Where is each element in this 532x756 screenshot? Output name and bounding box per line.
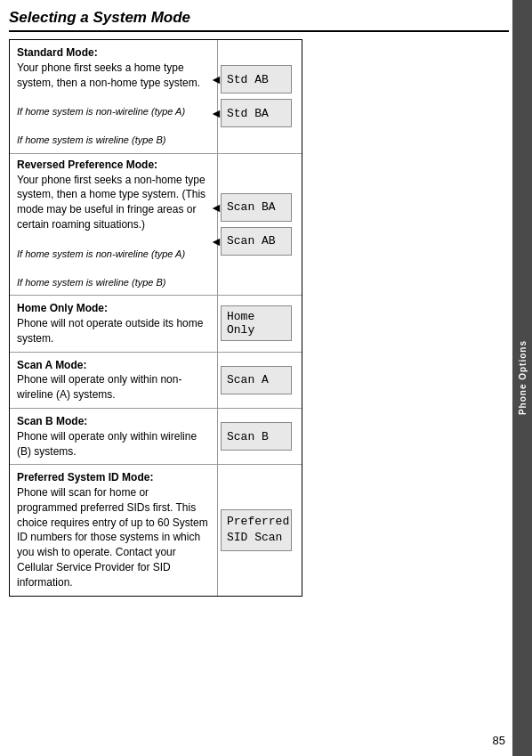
scan-b-wrapper: Scan B <box>221 422 299 451</box>
preferred-sid-mode-row: Preferred System ID Mode: Phone will sca… <box>10 465 302 595</box>
scan-a-mode-row: Scan A Mode: Phone will operate only wit… <box>10 353 302 409</box>
standard-mode-description: Standard Mode: Your phone first seeks a … <box>10 40 217 153</box>
scan-b-mode-description: Scan B Mode: Phone will operate only wit… <box>10 409 217 464</box>
scan-b-mode-title: Scan B Mode: <box>17 414 210 429</box>
standard-mode-title: Standard Mode: <box>17 45 210 61</box>
reversed-mode-description: Reversed Preference Mode: Your phone fir… <box>10 154 217 295</box>
scan-ba-display: Scan BA <box>221 193 292 222</box>
scan-b-mode-row: Scan B Mode: Phone will operate only wit… <box>10 409 302 465</box>
scan-a-mode-text: Phone will operate only within non-wirel… <box>17 372 210 402</box>
std-ba-display: Std BA <box>221 99 292 127</box>
scan-b-mode-display: Scan B <box>217 409 302 464</box>
scan-a-mode-display: Scan A <box>217 353 302 408</box>
preferred-sid-line2: SID Scan <box>227 530 282 546</box>
standard-mode-row: Standard Mode: Your phone first seeks a … <box>10 40 302 154</box>
reversed-mode-display: ◄ Scan BA ◄ Scan AB <box>217 154 302 295</box>
std-ab-wrapper: ◄ Std AB <box>221 65 299 93</box>
reversed-mode-note-0: If home system is non-wireline (type A) <box>17 248 210 261</box>
scan-b-display: Scan B <box>221 422 292 451</box>
home-only-mode-display: Home Only <box>217 296 302 351</box>
preferred-sid-mode-description: Preferred System ID Mode: Phone will sca… <box>10 465 217 595</box>
home-only-mode-title: Home Only Mode: <box>17 301 210 316</box>
scan-a-display: Scan A <box>221 366 292 394</box>
std-ab-display: Std AB <box>221 65 292 93</box>
reversed-mode-title: Reversed Preference Mode: <box>17 158 210 173</box>
preferred-sid-display: Preferred SID Scan <box>221 509 292 550</box>
page-number: 85 <box>493 734 505 747</box>
standard-mode-note-0: If home system is non-wireline (type A) <box>17 105 210 118</box>
scan-a-mode-title: Scan A Mode: <box>17 358 210 373</box>
reversed-mode-note-1: If home system is wireline (type B) <box>17 276 210 289</box>
scan-a-mode-description: Scan A Mode: Phone will operate only wit… <box>10 353 217 408</box>
sidebar-label: Phone Options <box>518 340 528 415</box>
home-only-mode-text: Phone will not operate outside its home … <box>17 316 210 346</box>
preferred-sid-wrapper: Preferred SID Scan <box>221 509 299 550</box>
preferred-sid-mode-text: Phone will scan for home or programmed p… <box>17 485 210 590</box>
scan-ba-wrapper: ◄ Scan BA <box>221 193 299 222</box>
scan-b-mode-text: Phone will operate only within wireline … <box>17 429 210 459</box>
reversed-mode-text: Your phone first seeks a non-home type s… <box>17 173 210 232</box>
preferred-sid-mode-display: Preferred SID Scan <box>217 465 302 595</box>
standard-mode-display: ◄ Std AB ◄ Std BA <box>217 40 302 153</box>
home-only-display: Home Only <box>221 305 292 341</box>
standard-mode-text: Your phone first seeks a home type syste… <box>17 61 210 91</box>
preferred-sid-line1: Preferred <box>227 514 289 530</box>
modes-table: Standard Mode: Your phone first seeks a … <box>9 39 302 597</box>
standard-mode-note-1: If home system is wireline (type B) <box>17 134 210 147</box>
home-only-wrapper: Home Only <box>221 305 299 341</box>
preferred-sid-mode-title: Preferred System ID Mode: <box>17 470 210 485</box>
scan-ab-display: Scan AB <box>221 227 292 256</box>
main-content: Selecting a System Mode Standard Mode: Y… <box>0 0 509 756</box>
home-only-mode-row: Home Only Mode: Phone will not operate o… <box>10 296 302 352</box>
home-only-mode-description: Home Only Mode: Phone will not operate o… <box>10 296 217 351</box>
scan-ab-wrapper: ◄ Scan AB <box>221 227 299 256</box>
std-ba-wrapper: ◄ Std BA <box>221 99 299 127</box>
page-title: Selecting a System Mode <box>9 9 509 32</box>
scan-a-wrapper: Scan A <box>221 366 299 394</box>
sidebar: Phone Options <box>512 0 532 756</box>
reversed-mode-row: Reversed Preference Mode: Your phone fir… <box>10 154 302 296</box>
